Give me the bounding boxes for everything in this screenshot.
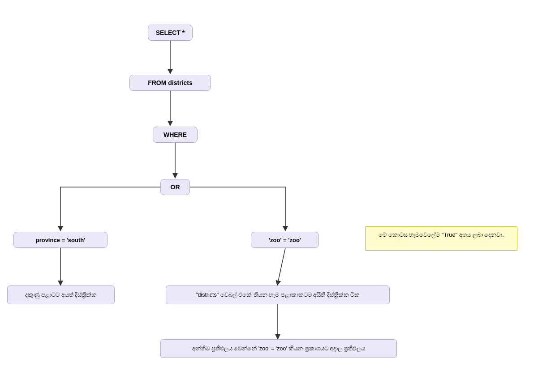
select-label: SELECT *: [156, 29, 185, 36]
province-result-label: දකුණු පළාටට අයත් දිස්ත්‍රික්ක: [25, 292, 97, 298]
note-box: මේ කොටස හැමවෙලේම "True" අගය ලබා දෙනවා.: [365, 226, 517, 251]
zoo-result-node: "districts" වෙබල් එකේ තියන හැම පළාකාකටම …: [166, 285, 390, 304]
where-label: WHERE: [163, 131, 187, 138]
final-result-node: අන්තිම ප්‍රතිඵලය වෙන්නේ 'zoo' = 'zoo' කි…: [160, 339, 397, 358]
select-node: SELECT *: [148, 25, 193, 41]
zoo-label: 'zoo' = 'zoo': [269, 237, 301, 243]
arrows-svg: [0, 0, 555, 392]
or-node: OR: [160, 179, 190, 195]
province-result-node: දකුණු පළාටට අයත් දිස්ත්‍රික්ක: [7, 285, 115, 304]
where-node: WHERE: [153, 127, 198, 143]
final-result-label: අන්තිම ප්‍රතිඵලය වෙන්නේ 'zoo' = 'zoo' කි…: [192, 345, 365, 352]
or-label: OR: [171, 183, 180, 191]
note-text: මේ කොටස හැමවෙලේම "True" අගය ලබා දෙනවා.: [379, 231, 504, 238]
province-label: province = 'south': [36, 237, 86, 243]
from-node: FROM districts: [129, 75, 211, 91]
zoo-result-label: "districts" වෙබල් එකේ තියන හැම පළාකාකටම …: [196, 292, 360, 298]
province-node: province = 'south': [13, 232, 108, 248]
from-label: FROM districts: [148, 79, 193, 86]
zoo-node: 'zoo' = 'zoo': [251, 232, 319, 248]
diagram: SELECT * FROM districts WHERE OR provinc…: [0, 0, 555, 392]
svg-line-4: [278, 248, 285, 283]
